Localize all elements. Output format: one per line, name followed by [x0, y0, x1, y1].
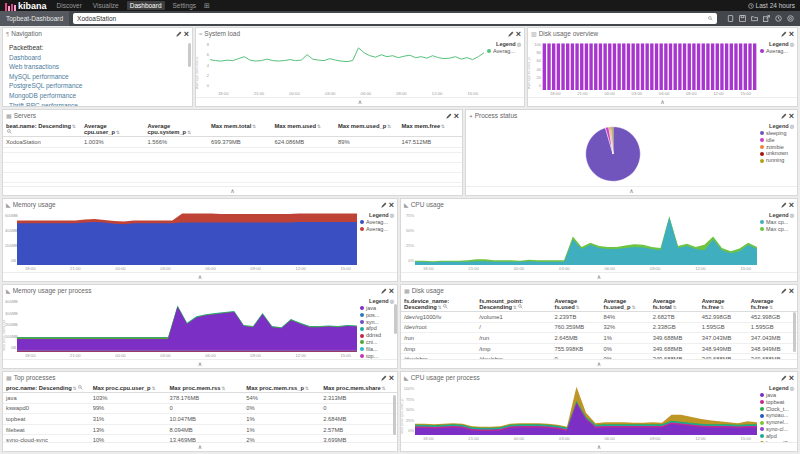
legend-item[interactable]: ddnsd: [360, 332, 394, 339]
close-icon[interactable]: ×: [789, 288, 794, 294]
column-header[interactable]: Max proc.mem.share⇅: [320, 383, 397, 393]
legend-toggle-icon[interactable]: ◎: [390, 212, 394, 218]
column-header[interactable]: Max mem.total⇅: [208, 121, 271, 137]
kibana-logo[interactable]: kibana: [5, 1, 47, 11]
column-search-icon[interactable]: [443, 304, 448, 309]
nav-link[interactable]: MongoDB performance: [9, 91, 186, 101]
legend-item[interactable]: topbeat: [760, 399, 794, 406]
close-icon[interactable]: ×: [789, 202, 794, 208]
edit-icon[interactable]: [781, 113, 787, 119]
search-icon[interactable]: [708, 16, 713, 21]
column-search-icon[interactable]: [78, 385, 83, 390]
column-header[interactable]: Average cpu.system_p⇅: [145, 121, 208, 137]
sort-icon[interactable]: ⇅: [673, 305, 677, 310]
edit-icon[interactable]: [381, 288, 387, 294]
column-header[interactable]: fs.mount_point: Descending⇅: [476, 296, 551, 312]
sort-icon[interactable]: ⇅: [769, 305, 773, 310]
legend-toggle-icon[interactable]: ◎: [790, 385, 794, 391]
time-picker[interactable]: Last 24 hours: [748, 2, 795, 9]
collapse-chevron[interactable]: ∧: [597, 361, 601, 367]
legend-item[interactable]: sleeping: [760, 130, 794, 137]
legend-item[interactable]: cni...: [360, 339, 394, 346]
legend-item[interactable]: Averag...: [360, 219, 394, 226]
sort-icon[interactable]: ⇅: [187, 130, 191, 135]
close-icon[interactable]: ×: [789, 113, 794, 119]
sort-icon[interactable]: ⇅: [441, 124, 445, 129]
sort-icon[interactable]: ⇅: [72, 124, 76, 129]
tab-dashboard[interactable]: Dashboard: [127, 1, 165, 10]
legend-toggle-icon[interactable]: ◎: [390, 298, 394, 304]
sort-icon[interactable]: ⇅: [387, 124, 391, 129]
column-header[interactable]: Max proc.cpu.user_p⇅: [90, 383, 167, 393]
legend-item[interactable]: syno-cl...: [760, 426, 794, 433]
legend-toggle-icon[interactable]: ◎: [790, 41, 794, 47]
close-icon[interactable]: ×: [389, 375, 394, 381]
nav-link[interactable]: MySQL performance: [9, 72, 186, 82]
refresh-clock-icon[interactable]: [775, 15, 782, 22]
legend-item[interactable]: Averag...: [760, 48, 794, 55]
column-header[interactable]: Average fs.used_p⇅: [601, 296, 650, 312]
legend-item[interactable]: syn...: [360, 319, 394, 326]
legend-item[interactable]: zombie: [760, 144, 794, 151]
nav-link[interactable]: PostgreSQL performance: [9, 81, 186, 91]
legend-item[interactable]: Clock_t...: [760, 406, 794, 413]
collapse-chevron[interactable]: ∧: [198, 274, 202, 280]
column-header[interactable]: Max mem.free⇅: [398, 121, 462, 137]
legend-item[interactable]: unknown: [760, 150, 794, 157]
new-dashboard-icon[interactable]: [727, 15, 734, 22]
collapse-chevron[interactable]: ∧: [597, 444, 601, 450]
legend-scrollbar-thumb[interactable]: [394, 304, 397, 334]
tab-discover[interactable]: Discover: [54, 1, 85, 10]
column-header[interactable]: Average fs.used⇅: [551, 296, 600, 312]
legend-item[interactable]: pos...: [360, 312, 394, 319]
legend-toggle-icon[interactable]: ◎: [790, 123, 794, 129]
nav-link[interactable]: Thrift-RPC performance: [9, 101, 186, 106]
column-header[interactable]: Average fs.total⇅: [650, 296, 699, 312]
nav-link[interactable]: Dashboard: [9, 53, 186, 63]
column-header[interactable]: Max mem.used_p⇅: [335, 121, 398, 137]
legend-item[interactable]: synorel...: [760, 419, 794, 426]
sort-icon[interactable]: ⇅: [116, 130, 120, 135]
edit-icon[interactable]: [381, 202, 387, 208]
scrollbar-thumb[interactable]: [793, 312, 796, 352]
sort-icon[interactable]: ⇅: [152, 386, 156, 391]
column-header[interactable]: Max proc.mem.rss_p⇅: [243, 383, 320, 393]
legend-item[interactable]: Averag...: [487, 48, 521, 55]
legend-toggle-icon[interactable]: ◎: [790, 212, 794, 218]
sort-icon[interactable]: ⇅: [252, 124, 256, 129]
open-folder-icon[interactable]: [751, 15, 758, 22]
collapse-chevron[interactable]: ∧: [597, 274, 601, 280]
edit-icon[interactable]: [781, 31, 787, 37]
nav-link[interactable]: Web transactions: [9, 62, 186, 72]
collapse-chevron[interactable]: ∧: [660, 99, 664, 105]
close-icon[interactable]: ×: [184, 31, 189, 37]
legend-item[interactable]: afpd: [360, 325, 394, 332]
close-icon[interactable]: ×: [516, 31, 521, 37]
column-header[interactable]: Average cpu.user_p⇅: [81, 121, 144, 137]
close-icon[interactable]: ×: [389, 202, 394, 208]
legend-item[interactable]: top...: [360, 353, 394, 359]
close-icon[interactable]: ×: [454, 113, 459, 119]
column-header[interactable]: proc.name: Descending⇅: [3, 383, 90, 393]
edit-icon[interactable]: [508, 31, 514, 37]
edit-icon[interactable]: [781, 202, 787, 208]
column-header[interactable]: Average fs.free⇅: [699, 296, 748, 312]
legend-item[interactable]: java: [760, 392, 794, 399]
sort-icon[interactable]: ⇅: [576, 305, 580, 310]
save-icon[interactable]: [739, 15, 746, 22]
legend-item[interactable]: Max cp...: [760, 219, 794, 226]
column-header[interactable]: Max mem.used⇅: [271, 121, 334, 137]
legend-item[interactable]: kswapd0: [760, 440, 794, 442]
column-search-icon[interactable]: [518, 304, 523, 309]
tab-visualize[interactable]: Visualize: [90, 1, 122, 10]
column-header[interactable]: Max proc.mem.rss⇅: [167, 383, 244, 393]
share-icon[interactable]: [763, 15, 770, 22]
collapse-chevron[interactable]: ∧: [358, 99, 362, 105]
edit-icon[interactable]: [176, 31, 182, 37]
sort-icon[interactable]: ⇅: [305, 386, 309, 391]
scrollbar-thumb[interactable]: [393, 395, 396, 435]
column-header[interactable]: fs.device_name: Descending⇅: [401, 296, 476, 312]
scrollbar-thumb[interactable]: [188, 43, 191, 67]
apps-grid-icon[interactable]: ⊞: [204, 2, 210, 9]
legend-item[interactable]: afpd: [760, 433, 794, 440]
